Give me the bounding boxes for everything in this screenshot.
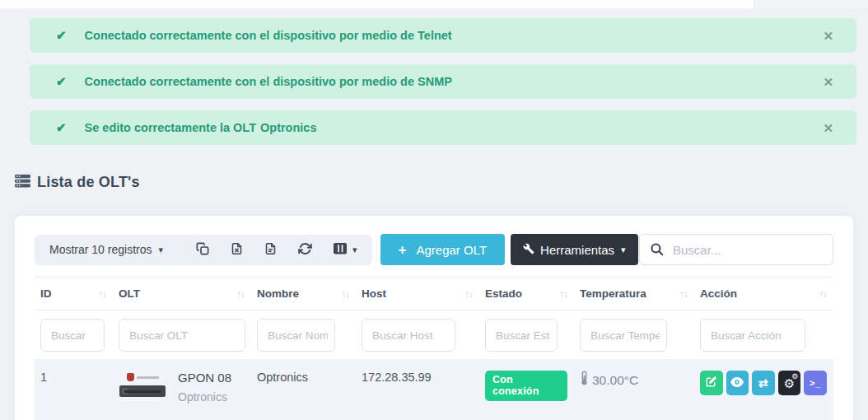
col-header-id[interactable]: ID↑↓ [35,278,113,310]
alert-message: Se edito correctamente la OLTOptronics [85,121,317,134]
filter-olt-input[interactable] [119,319,245,352]
sort-icon: ↑↓ [342,289,350,299]
brand-logo-icon [127,373,134,381]
table-row: 1 GPON 08 Optronics Optronics 172. [35,360,833,420]
search-input[interactable] [639,234,833,265]
device-chassis [119,385,166,397]
filter-temperatura-input[interactable] [580,319,667,352]
cell-temperatura: 30.00°C [574,360,694,420]
alert-message: Conectado correctamente con el dispositi… [85,75,452,88]
cell-id: 1 [35,360,113,420]
eye-icon [730,377,744,390]
settings-button[interactable]: ⚙ ⚙ [778,371,801,395]
olt-brand: Optronics [178,390,231,404]
edit-pen-icon [705,376,717,390]
view-button[interactable] [726,371,749,395]
add-olt-button[interactable]: + Agregar OLT [380,234,506,265]
olt-table: ID↑↓ OLT↑↓ Nombre↑↓ Host↑↓ Estado↑↓ Temp… [35,277,833,420]
alert-message: Conectado correctamente con el dispositi… [85,29,452,42]
cell-nombre: Optronics [251,360,356,420]
top-chrome-strip [0,0,868,8]
chevron-down-icon: ▾ [621,245,626,255]
top-strip-gray [755,0,868,8]
olt-model: GPON 08 [178,371,231,385]
excel-file-icon [231,242,243,258]
page-length-label: Mostrar 10 registros [49,243,152,256]
col-header-estado[interactable]: Estado↑↓ [479,278,574,310]
tools-dropdown-button[interactable]: Herramientas ▾ [511,234,638,265]
close-icon[interactable]: ✕ [819,26,837,45]
filter-estado-input[interactable] [485,319,558,352]
olt-device-image [119,371,166,404]
sort-icon: ↑↓ [560,289,568,299]
copy-icon [196,242,209,258]
col-header-nombre[interactable]: Nombre↑↓ [251,278,356,310]
page-title-text: Lista de OLT's [37,174,140,191]
col-header-olt[interactable]: OLT↑↓ [113,278,251,310]
cell-olt: GPON 08 Optronics [113,360,251,420]
sort-icon: ↑↓ [237,289,245,299]
filter-id-input[interactable] [40,319,105,352]
terminal-button[interactable]: >_ [804,371,827,395]
temperature-value: 30.00°C [592,373,638,388]
export-file-button[interactable] [264,237,277,263]
sort-icon: ↑↓ [99,289,107,299]
server-icon [15,175,30,191]
table-header-row: ID↑↓ OLT↑↓ Nombre↑↓ Host↑↓ Estado↑↓ Temp… [35,278,833,310]
refresh-button[interactable] [298,237,312,263]
olt-list-card: Mostrar 10 registros ▾ [15,216,853,420]
alert-olt-edited: ✔ Se edito correctamente la OLTOptronics… [30,110,856,145]
transfer-button[interactable]: ⇄ [752,371,775,395]
columns-icon [334,243,347,257]
edit-button[interactable] [700,371,723,395]
export-button-group: Mostrar 10 registros ▾ [35,235,372,265]
export-excel-button[interactable] [231,237,243,263]
page-length-select[interactable]: Mostrar 10 registros ▾ [49,243,175,256]
global-search [639,234,833,265]
check-icon: ✔ [56,74,67,89]
close-icon[interactable]: ✕ [819,119,837,138]
sort-icon: ↑↓ [819,289,828,299]
refresh-icon [298,242,312,258]
filter-accion-input[interactable] [700,319,805,352]
alert-telnet: ✔ Conectado correctamente con el disposi… [30,18,856,53]
table-toolbar: Mostrar 10 registros ▾ [35,234,833,265]
sort-icon: ↑↓ [680,289,688,299]
add-olt-label: Agregar OLT [416,243,487,257]
table-filter-row [35,310,833,360]
col-header-accion[interactable]: Acción↑↓ [694,278,833,310]
col-header-host[interactable]: Host↑↓ [356,278,479,310]
column-visibility-button[interactable]: ▾ [334,238,357,262]
cell-estado: Con conexión [479,360,574,420]
thermometer-icon [580,371,589,390]
chevron-down-icon: ▾ [352,245,357,255]
cell-host: 172.28.35.99 [356,360,479,420]
close-icon[interactable]: ✕ [819,72,837,91]
top-strip-white [0,0,755,8]
plus-icon: + [399,243,407,257]
check-icon: ✔ [56,28,67,43]
filter-nombre-input[interactable] [257,319,335,352]
alert-message-bold: Optronics [260,121,316,134]
status-badge: Con conexión [485,371,567,401]
page-title: Lista de OLT's [15,174,140,191]
col-header-temperatura[interactable]: Temperatura↑↓ [574,278,694,310]
wrench-icon [523,243,540,257]
tools-label: Herramientas [540,243,614,257]
brand-logo-text [137,376,159,379]
sort-icon: ↑↓ [465,289,474,299]
copy-button[interactable] [196,237,209,263]
cell-accion: ⇄ ⚙ ⚙ >_ [694,360,833,420]
terminal-prompt-icon: >_ [810,378,822,388]
file-text-icon [264,242,277,258]
check-icon: ✔ [56,120,67,135]
gear-small-icon: ⚙ [791,373,798,380]
alerts-container: ✔ Conectado correctamente con el disposi… [30,18,856,145]
filter-host-input[interactable] [362,319,455,352]
transfer-arrows-icon: ⇄ [758,376,768,390]
chevron-down-icon: ▾ [158,245,163,255]
alert-snmp: ✔ Conectado correctamente con el disposi… [30,64,856,99]
